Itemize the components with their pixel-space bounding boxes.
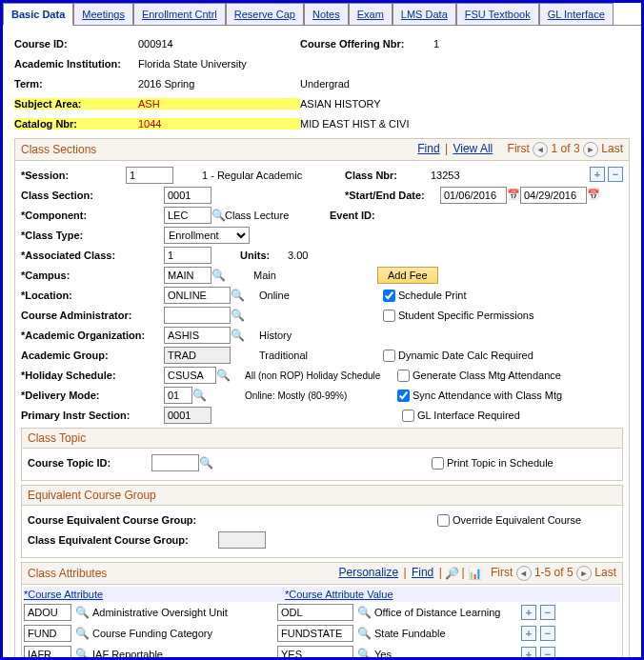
start-date-input[interactable] bbox=[440, 187, 507, 204]
event-label: Event ID: bbox=[330, 210, 375, 221]
add-attr-button[interactable]: + bbox=[521, 605, 536, 620]
campus-desc: Main bbox=[253, 270, 377, 281]
next-arrow-icon[interactable]: ► bbox=[583, 142, 598, 157]
tab-enrollment-cntrl[interactable]: Enrollment Cntrl bbox=[133, 3, 226, 25]
assoc-label: *Associated Class: bbox=[21, 250, 164, 261]
classnbr-value: 13253 bbox=[431, 170, 460, 181]
tab-meetings[interactable]: Meetings bbox=[73, 3, 133, 25]
gen-attendance-checkbox[interactable] bbox=[397, 370, 410, 382]
classtype-label: *Class Type: bbox=[21, 230, 126, 241]
attr-header-2[interactable]: *Course Attribute Value bbox=[285, 589, 533, 600]
sync-attendance-checkbox[interactable] bbox=[397, 390, 410, 402]
personalize-link[interactable]: Personalize bbox=[338, 566, 398, 579]
lookup-icon[interactable]: 🔍 bbox=[357, 648, 371, 660]
tab-gl-interface[interactable]: GL Interface bbox=[539, 3, 614, 25]
lookup-icon[interactable]: 🔍 bbox=[231, 289, 244, 302]
offering-label: Course Offering Nbr: bbox=[300, 38, 433, 50]
institution-label: Academic Institution: bbox=[14, 58, 138, 70]
override-equiv-checkbox[interactable] bbox=[437, 514, 450, 527]
session-input[interactable] bbox=[126, 167, 173, 184]
attr-value-desc: Office of Distance Learning bbox=[374, 607, 517, 618]
viewall-link[interactable]: View All bbox=[453, 142, 493, 155]
lookup-icon[interactable]: 🔍 bbox=[211, 209, 225, 222]
attr-desc: Administrative Oversight Unit bbox=[92, 607, 273, 618]
lookup-icon[interactable]: 🔍 bbox=[192, 389, 206, 402]
attr-value-input[interactable] bbox=[277, 604, 353, 621]
classtype-select[interactable]: Enrollment bbox=[164, 227, 250, 244]
add-fee-button[interactable]: Add Fee bbox=[377, 267, 438, 284]
student-perm-label: Student Specific Permissions bbox=[398, 310, 533, 321]
add-attr-button[interactable]: + bbox=[521, 626, 536, 641]
attr-value-input[interactable] bbox=[277, 646, 353, 660]
lookup-icon[interactable]: 🔍 bbox=[75, 648, 89, 660]
attr-code-input[interactable] bbox=[24, 604, 71, 621]
subject-desc: ASIAN HISTORY bbox=[300, 98, 381, 110]
tab-exam[interactable]: Exam bbox=[349, 3, 392, 25]
student-perm-checkbox[interactable] bbox=[383, 310, 395, 322]
term-value: 2016 Spring bbox=[138, 78, 300, 90]
dynamic-date-checkbox[interactable] bbox=[383, 350, 395, 362]
override-equiv-label: Override Equivalent Course bbox=[453, 514, 581, 526]
location-input[interactable] bbox=[164, 287, 231, 304]
attrs-find-link[interactable]: Find bbox=[412, 566, 433, 579]
component-label: *Component: bbox=[21, 210, 126, 221]
delivery-input[interactable] bbox=[164, 387, 192, 404]
campus-input[interactable] bbox=[164, 267, 211, 284]
zoom-icon[interactable]: 🔎 bbox=[445, 567, 458, 580]
attrs-prev-icon[interactable]: ◄ bbox=[516, 566, 532, 581]
classnbr-label: Class Nbr: bbox=[345, 170, 431, 181]
delivery-desc: Online: Mostly (80-99%) bbox=[245, 390, 397, 401]
group-label: Academic Group: bbox=[21, 350, 164, 361]
tab-notes[interactable]: Notes bbox=[304, 3, 349, 25]
attr-value-input[interactable] bbox=[277, 625, 353, 642]
admin-input[interactable] bbox=[164, 307, 231, 324]
topic-id-input[interactable] bbox=[151, 454, 199, 471]
download-icon[interactable]: 📊 bbox=[468, 567, 481, 580]
lookup-icon[interactable]: 🔍 bbox=[75, 606, 89, 619]
tab-reserve-cap[interactable]: Reserve Cap bbox=[226, 3, 304, 25]
lookup-icon[interactable]: 🔍 bbox=[357, 606, 371, 619]
tab-fsu-textbook[interactable]: FSU Textbook bbox=[456, 3, 539, 25]
attrs-counter: 1-5 of 5 bbox=[534, 566, 574, 579]
print-topic-label: Print Topic in Schedule bbox=[447, 457, 553, 469]
attr-code-input[interactable] bbox=[24, 625, 71, 642]
tab-lms-data[interactable]: LMS Data bbox=[392, 3, 456, 25]
gen-attendance-label: Generate Class Mtg Attendance bbox=[413, 370, 561, 381]
add-attr-button[interactable]: + bbox=[521, 647, 536, 660]
delete-attr-button[interactable]: − bbox=[540, 647, 555, 660]
org-label: *Academic Organization: bbox=[21, 330, 164, 341]
calendar-icon[interactable]: 📅 bbox=[507, 189, 520, 202]
prev-arrow-icon[interactable]: ◄ bbox=[533, 142, 548, 157]
lookup-icon[interactable]: 🔍 bbox=[75, 627, 89, 640]
print-topic-checkbox[interactable] bbox=[432, 457, 444, 470]
assoc-input[interactable] bbox=[164, 247, 211, 264]
calendar-icon[interactable]: 📅 bbox=[587, 189, 600, 202]
tab-basic-data[interactable]: Basic Data bbox=[3, 3, 73, 26]
session-label: *Session: bbox=[21, 170, 126, 181]
gl-interface-checkbox[interactable] bbox=[402, 410, 414, 422]
classsec-input[interactable] bbox=[164, 187, 211, 204]
lookup-icon[interactable]: 🔍 bbox=[231, 309, 244, 322]
attr-value-desc: State Fundable bbox=[374, 628, 517, 639]
class-sections-title: Class Sections bbox=[21, 143, 96, 156]
find-link[interactable]: Find bbox=[417, 142, 439, 155]
attr-header-1[interactable]: *Course Attribute bbox=[24, 589, 281, 600]
delete-attr-button[interactable]: − bbox=[540, 626, 555, 641]
delete-row-button[interactable]: − bbox=[608, 167, 623, 182]
attr-code-input[interactable] bbox=[24, 646, 71, 660]
schedule-print-checkbox[interactable] bbox=[383, 290, 395, 302]
lookup-icon[interactable]: 🔍 bbox=[216, 369, 230, 382]
holiday-input[interactable] bbox=[164, 367, 216, 384]
add-row-button[interactable]: + bbox=[590, 167, 605, 182]
lookup-icon[interactable]: 🔍 bbox=[357, 627, 371, 640]
end-date-input[interactable] bbox=[520, 187, 587, 204]
equiv-body: Course Equivalent Course Group:Override … bbox=[21, 506, 623, 558]
attrs-next-icon[interactable]: ► bbox=[576, 566, 592, 581]
class-topic-body: Course Topic ID:🔍Print Topic in Schedule bbox=[21, 449, 623, 481]
org-input[interactable] bbox=[164, 327, 231, 344]
delete-attr-button[interactable]: − bbox=[540, 605, 555, 620]
lookup-icon[interactable]: 🔍 bbox=[199, 456, 212, 470]
component-input[interactable] bbox=[164, 207, 211, 224]
lookup-icon[interactable]: 🔍 bbox=[211, 269, 225, 282]
lookup-icon[interactable]: 🔍 bbox=[231, 329, 244, 342]
